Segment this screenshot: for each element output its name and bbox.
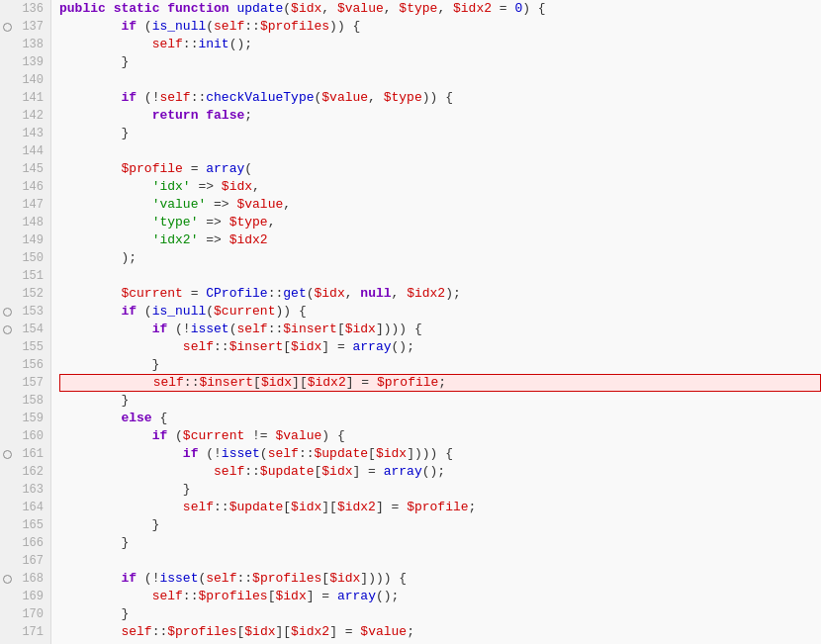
- kw-token: static: [114, 0, 160, 18]
- var-token: $update: [260, 463, 315, 481]
- gutter-row: 158: [0, 392, 50, 410]
- str-token: 'idx2': [152, 231, 199, 249]
- plain-token: )) {: [422, 89, 453, 107]
- plain-token: (: [244, 160, 252, 178]
- var-token: $idx2: [407, 285, 445, 303]
- var-token: $idx: [291, 338, 321, 356]
- str-token: 'value': [152, 196, 207, 214]
- plain-token: );: [59, 249, 137, 267]
- var-token: self: [214, 18, 244, 36]
- line-number: 149: [14, 231, 47, 249]
- gutter-row: 159: [0, 410, 50, 427]
- plain-token: ,: [268, 214, 276, 231]
- var-token: $value: [337, 0, 384, 18]
- var-token: $idx2: [453, 0, 492, 18]
- plain-token: }: [59, 392, 129, 410]
- breakpoint-dot[interactable]: [3, 325, 12, 334]
- breakpoint-area[interactable]: [0, 23, 14, 32]
- code-line: }: [59, 481, 821, 499]
- plain-token: [59, 570, 121, 588]
- code-line: }: [59, 534, 821, 552]
- gutter-row: 148: [0, 214, 50, 231]
- line-number: 152: [14, 285, 47, 303]
- code-line: return false;: [59, 107, 821, 125]
- line-number: 151: [14, 267, 47, 285]
- code-line: }: [59, 53, 821, 71]
- plain-token: ] =: [346, 374, 377, 392]
- code-editor: 1361371381391401411421431441451461471481…: [0, 0, 821, 644]
- var-token: self: [159, 89, 190, 107]
- var-token: $idx: [345, 321, 376, 338]
- plain-token: ();: [392, 338, 414, 356]
- plain-token: [: [253, 374, 261, 392]
- var-token: $idx2: [308, 374, 346, 392]
- breakpoint-dot[interactable]: [3, 23, 12, 32]
- var-token: $idx: [321, 463, 352, 481]
- breakpoint-dot[interactable]: [3, 575, 12, 584]
- gutter-row: 146: [0, 178, 50, 196]
- var-token: $idx2: [229, 231, 268, 249]
- line-number: 164: [14, 499, 47, 516]
- line-number: 170: [14, 605, 47, 623]
- kw-token: if: [152, 427, 168, 445]
- plain-token: ::: [299, 445, 315, 463]
- plain-token: ]))) {: [407, 445, 453, 463]
- var-token: self: [268, 445, 299, 463]
- fn-token: array: [206, 160, 244, 178]
- plain-token: }: [59, 534, 129, 552]
- var-token: $insert: [283, 321, 337, 338]
- var-token: $idx: [222, 178, 252, 196]
- var-token: self: [152, 36, 183, 53]
- line-number: 138: [14, 36, 47, 53]
- fn-token: CProfile: [206, 285, 267, 303]
- breakpoint-area[interactable]: [0, 308, 14, 317]
- plain-token: =>: [206, 196, 236, 214]
- code-line: }: [59, 516, 821, 534]
- fn-token: is_null: [152, 303, 207, 321]
- breakpoint-dot[interactable]: [3, 450, 12, 459]
- var-token: $idx: [261, 374, 292, 392]
- line-number: 140: [14, 71, 47, 89]
- var-token: self: [206, 570, 236, 588]
- gutter-row: 153: [0, 303, 50, 321]
- var-token: self: [214, 463, 244, 481]
- line-number: 161: [14, 445, 47, 463]
- plain-token: =: [183, 160, 206, 178]
- gutter-row: 147: [0, 196, 50, 214]
- plain-token: [: [283, 338, 291, 356]
- gutter-row: 169: [0, 588, 50, 605]
- plain-token: (: [283, 0, 291, 18]
- var-token: $idx: [275, 588, 306, 605]
- gutter-row: 154: [0, 321, 50, 338]
- line-number: 168: [14, 570, 47, 588]
- plain-token: }: [59, 125, 129, 142]
- breakpoint-dot[interactable]: [3, 308, 12, 317]
- kw-token: if: [121, 303, 137, 321]
- gutter-row: 150: [0, 249, 50, 267]
- code-line: [59, 71, 821, 89]
- plain-token: [: [337, 321, 345, 338]
- breakpoint-area[interactable]: [0, 450, 14, 459]
- plain-token: ::: [214, 499, 229, 516]
- gutter-row: 170: [0, 605, 50, 623]
- breakpoint-area[interactable]: [0, 575, 14, 584]
- code-line: 'idx' => $idx,: [59, 178, 821, 196]
- fn-token: isset: [159, 570, 198, 588]
- line-number: 156: [14, 356, 47, 374]
- num-token: 0: [514, 0, 522, 18]
- line-number: 169: [14, 588, 47, 605]
- gutter-row: 152: [0, 285, 50, 303]
- gutter-row: 138: [0, 36, 50, 53]
- plain-token: [59, 196, 152, 214]
- code-area[interactable]: public static function update($idx, $val…: [51, 0, 821, 644]
- line-number: 166: [14, 534, 47, 552]
- breakpoint-area[interactable]: [0, 325, 14, 334]
- plain-token: ;: [438, 374, 446, 392]
- kw-token: false: [206, 107, 244, 125]
- plain-token: ] =: [376, 499, 407, 516]
- plain-token: )) {: [329, 18, 360, 36]
- var-token: $type: [384, 89, 422, 107]
- var-token: $idx: [329, 570, 360, 588]
- kw-token: function: [167, 0, 228, 18]
- plain-token: [159, 0, 167, 18]
